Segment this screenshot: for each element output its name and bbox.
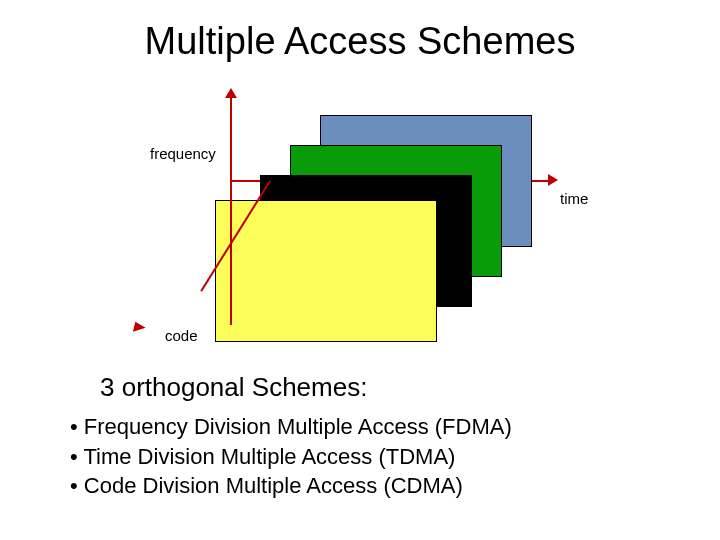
axes-diagram: frequency time code (110, 90, 610, 350)
axis-time-arrow-icon (548, 174, 558, 186)
axis-frequency-label: frequency (150, 145, 216, 162)
axis-time-label: time (560, 190, 588, 207)
bullet-fdma: Frequency Division Multiple Access (FDMA… (70, 412, 512, 442)
slide-title: Multiple Access Schemes (0, 20, 720, 63)
slide: Multiple Access Schemes frequency time c… (0, 0, 720, 540)
axis-code-arrow-icon (130, 322, 145, 337)
subheading: 3 orthogonal Schemes: (100, 372, 367, 403)
axis-frequency-line (230, 95, 232, 325)
bullet-cdma: Code Division Multiple Access (CDMA) (70, 471, 512, 501)
axis-code-label: code (165, 327, 198, 344)
bullet-list: Frequency Division Multiple Access (FDMA… (70, 412, 512, 501)
axis-frequency-arrow-icon (225, 88, 237, 98)
bullet-tdma: Time Division Multiple Access (TDMA) (70, 442, 512, 472)
plane-yellow (215, 200, 437, 342)
